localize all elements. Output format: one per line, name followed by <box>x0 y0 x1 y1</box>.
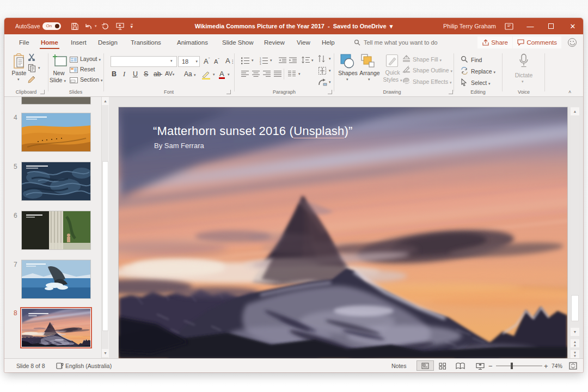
svg-text:3: 3 <box>260 63 261 65</box>
